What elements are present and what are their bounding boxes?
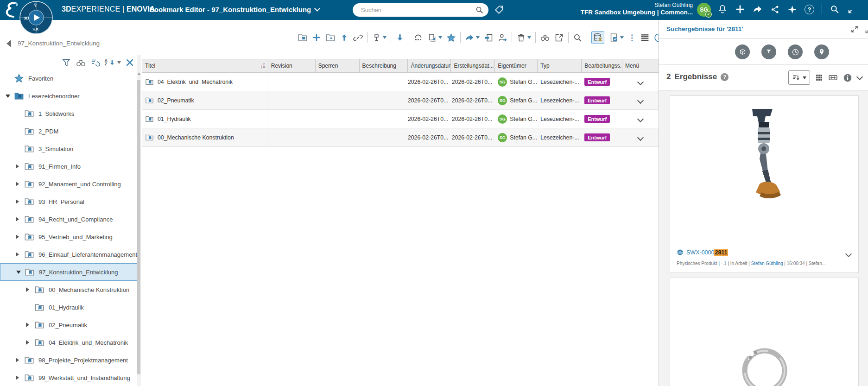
column-header-erstellungsdatum[interactable]: Erstellungsdat... xyxy=(451,59,495,72)
caret-right-icon[interactable] xyxy=(16,234,24,239)
open-in-button[interactable] xyxy=(484,33,494,43)
download-button[interactable] xyxy=(395,33,405,42)
filter-funnel-button[interactable] xyxy=(761,44,776,59)
column-header-aenderungsdatum[interactable]: Änderungsdatum xyxy=(408,59,451,72)
result-card[interactable] xyxy=(670,278,859,386)
caret-right-icon[interactable] xyxy=(16,164,24,169)
caret-right-icon[interactable] xyxy=(26,287,34,292)
column-header-typ[interactable]: Typ xyxy=(538,59,582,72)
tree-item-04-elektrik-und-mechatronik[interactable]: 04_Elektrik_und_Mechatronik xyxy=(0,334,137,351)
tree-item-lesezeichenordner[interactable]: Lesezeichenordner xyxy=(0,87,137,105)
share-button[interactable] xyxy=(465,33,480,43)
3dexperience-compass[interactable]: 3D V.R Ÿ xyxy=(19,1,53,34)
back-arrow-icon[interactable] xyxy=(6,40,11,47)
caret-right-icon[interactable] xyxy=(26,340,34,345)
owner-link[interactable]: Stefan Güthling xyxy=(751,261,783,266)
notifications-bell-icon[interactable] xyxy=(717,4,728,14)
export-button[interactable] xyxy=(413,33,423,43)
help-icon[interactable]: ? xyxy=(721,73,729,81)
clipped-expand-icon[interactable] xyxy=(847,4,852,14)
delete-button[interactable] xyxy=(516,33,531,43)
session-data-button[interactable] xyxy=(591,31,604,44)
column-header-eigentuemer[interactable]: Eigentümer xyxy=(495,59,538,72)
row-title[interactable]: 00_Mechanische Konstruktion xyxy=(158,134,234,141)
column-header-sperren[interactable]: Sperren xyxy=(316,59,360,72)
tree-item-94-recht-und-compliance[interactable]: 94_Recht_und_Compliance xyxy=(0,210,137,228)
tree-item-98-projekte-projektmanagement[interactable]: 98_Projekte_Projektmanagement xyxy=(0,351,137,369)
tree-item-92-manament-und-controlling[interactable]: 92_Manament_und Controlling xyxy=(0,175,137,193)
column-header-titel[interactable]: Titel ↓za xyxy=(142,59,268,72)
find-button[interactable] xyxy=(540,32,550,43)
structure-view-button[interactable] xyxy=(372,33,386,43)
table-row[interactable]: 01_Hydraulik 2026-02-26T0... 2026-02-26T… xyxy=(142,110,659,128)
report-button[interactable] xyxy=(608,32,624,43)
find-binoculars-icon[interactable] xyxy=(76,57,86,68)
row-title[interactable]: 01_Hydraulik xyxy=(158,116,191,122)
tree-item-2-pdm[interactable]: 2_PDM xyxy=(0,122,137,140)
add-bookmark-button[interactable] xyxy=(298,32,308,43)
tree-item-96-einkauf-lieferantenmanagement[interactable]: 96_Einkauf_Lieferantenmanagement xyxy=(0,246,137,263)
tree-item-00-mechanische-konstruktion[interactable]: 00_Mechanische Konstruktion xyxy=(0,281,137,298)
caret-right-icon[interactable] xyxy=(16,199,24,204)
compass-3d-label[interactable]: 3D xyxy=(24,15,29,20)
tree-item-99-werkstatt-und-instandhaltung[interactable]: 99_Werkstatt_und_Instandhaltung xyxy=(0,369,137,386)
tree-item-91-firmen-info[interactable]: 91_Firmen_Info xyxy=(0,158,137,175)
refresh-list-icon[interactable] xyxy=(90,57,101,68)
tree-item-02-pneumatik[interactable]: 02_Pneumatik xyxy=(0,316,137,334)
caret-right-icon[interactable] xyxy=(16,182,24,186)
tree-scrollbar-thumb[interactable] xyxy=(137,80,140,374)
sort-az-button[interactable]: AZ xyxy=(105,58,121,67)
scroll-up-icon[interactable] xyxy=(138,72,140,75)
search-content-button[interactable] xyxy=(573,33,583,43)
row-menu-chevron-icon[interactable] xyxy=(637,97,644,103)
tree-item-1-solidworks[interactable]: 1_Solidworks xyxy=(0,105,137,122)
caret-down-icon[interactable] xyxy=(16,271,25,274)
info-icon[interactable] xyxy=(843,73,852,82)
column-header-revision[interactable]: Revision xyxy=(268,59,316,72)
favorite-button[interactable] xyxy=(446,33,456,43)
breadcrumb[interactable]: 97_Konstruktion_Entwicklung xyxy=(18,40,100,47)
global-search[interactable] xyxy=(353,3,488,17)
expand-panel-icon[interactable] xyxy=(850,25,859,33)
caret-right-icon[interactable] xyxy=(16,252,24,257)
add-content-button[interactable] xyxy=(312,33,321,42)
share-forward-icon[interactable] xyxy=(753,4,763,14)
result-card[interactable]: SWX-00002811 Physisches Produkt | -.1 | … xyxy=(670,95,859,273)
compass-vr-label[interactable]: V.R xyxy=(33,27,39,32)
row-title[interactable]: 04_Elektrik_und_Mechatronik xyxy=(158,79,233,85)
caret-right-icon[interactable] xyxy=(16,375,24,380)
sort-dropdown[interactable] xyxy=(788,70,810,85)
tree-item-95-vertrieb-und-marketing[interactable]: 95_Vertrieb_und_Marketing xyxy=(0,228,137,246)
link-button[interactable] xyxy=(353,33,363,43)
user-info[interactable]: Stefan Güthling TFR Sandbox Umgebung | C… xyxy=(581,2,693,17)
search-icon[interactable] xyxy=(475,6,484,14)
column-header-bearbeitungsstatus[interactable]: Bearbeitungss.. xyxy=(582,59,622,72)
column-header-beschreibung[interactable]: Beschreibung xyxy=(360,59,408,72)
add-plus-icon[interactable] xyxy=(735,4,745,14)
location-pin-button[interactable] xyxy=(814,44,829,59)
filter-icon[interactable] xyxy=(61,57,71,68)
row-menu-chevron-icon[interactable] xyxy=(637,115,644,122)
collapse-chevron-icon[interactable] xyxy=(856,74,863,80)
row-menu-chevron-icon[interactable] xyxy=(637,78,644,85)
recent-clock-button[interactable] xyxy=(788,44,803,59)
caret-right-icon[interactable] xyxy=(16,358,24,362)
avatar[interactable]: SG ✓ xyxy=(697,3,711,17)
caret-right-icon[interactable] xyxy=(16,217,24,221)
copy-button[interactable] xyxy=(427,33,442,43)
new-folder-button[interactable] xyxy=(325,32,336,43)
table-row[interactable]: 04_Elektrik_und_Mechatronik 2026-02-26T0… xyxy=(142,73,659,91)
search-input[interactable] xyxy=(360,6,475,14)
tree-item-3-simulation[interactable]: 3_Simulation xyxy=(0,140,137,158)
caret-right-icon[interactable] xyxy=(26,323,34,327)
3ds-logo-icon[interactable] xyxy=(4,2,19,19)
tree-item-01-hydraulik[interactable]: 01_Hydraulik xyxy=(0,298,137,316)
table-row[interactable]: 00_Mechanische Konstruktion 2026-02-26T0… xyxy=(142,128,659,147)
column-header-menue[interactable]: Menü xyxy=(622,59,659,72)
tree-item-93-hr-personal[interactable]: 93_HR_Personal xyxy=(0,193,137,210)
assign-owner-button[interactable] xyxy=(498,33,507,43)
3d-shape-filter-button[interactable] xyxy=(735,44,750,59)
card-expand-chevron-icon[interactable] xyxy=(845,251,852,257)
row-menu-chevron-icon[interactable] xyxy=(637,134,644,140)
close-x-icon[interactable] xyxy=(125,58,134,67)
